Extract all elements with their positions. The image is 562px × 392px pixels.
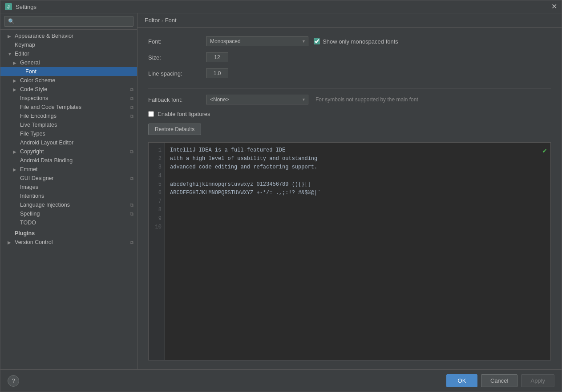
- line-spacing-input[interactable]: [206, 68, 228, 78]
- expand-arrow-code-style: ▶: [13, 87, 18, 92]
- sidebar-item-emmet[interactable]: ▶ Emmet: [0, 165, 137, 174]
- bottom-bar: ? OK Cancel Apply: [0, 369, 562, 392]
- settings-tree: ▶ Appearance & Behavior ▶ Keymap ▼ Edito…: [0, 30, 137, 369]
- expand-arrow-vc: ▶: [8, 240, 13, 245]
- code-preview: IntelliJ IDEA is a full-featured IDE wit…: [165, 143, 550, 360]
- layers-icon: ⧉: [130, 113, 133, 119]
- sidebar-item-file-code-templates[interactable]: ▶ File and Code Templates ⧉: [0, 103, 137, 112]
- layers-icon: ⧉: [130, 104, 133, 110]
- line-num-9: 9: [151, 215, 162, 223]
- sidebar-item-copyright[interactable]: ▶ Copyright ⧉: [0, 147, 137, 156]
- layers-icon: ⧉: [130, 202, 133, 208]
- sidebar-item-label: File Encodings: [20, 113, 57, 119]
- restore-defaults-wrapper: Restore Defaults: [148, 124, 551, 142]
- breadcrumb-editor: Editor: [145, 17, 160, 24]
- sidebar-item-android-data-binding[interactable]: ▶ Android Data Binding: [0, 156, 137, 165]
- enable-ligatures-label: Enable font ligatures: [158, 111, 210, 117]
- breadcrumb: Editor › Font: [137, 13, 562, 28]
- sidebar-item-live-templates[interactable]: ▶ Live Templates: [0, 120, 137, 129]
- sidebar-item-label: Android Data Binding: [20, 157, 73, 164]
- sidebar-item-spelling[interactable]: ▶ Spelling ⧉: [0, 209, 137, 218]
- sidebar-item-label: Color Scheme: [20, 77, 55, 84]
- sidebar-item-label: Plugins: [15, 230, 35, 236]
- sidebar-item-label: Spelling: [20, 211, 40, 217]
- sidebar-item-keymap[interactable]: ▶ Keymap: [0, 40, 137, 49]
- expand-arrow-appearance: ▶: [8, 34, 13, 39]
- sidebar-item-intentions[interactable]: ▶ Intentions: [0, 192, 137, 200]
- sidebar-item-label: Live Templates: [20, 122, 57, 128]
- sidebar-item-label: Inspections: [20, 95, 48, 101]
- fallback-font-label: Fallback font:: [148, 96, 206, 103]
- sidebar-item-images[interactable]: ▶ Images: [0, 183, 137, 192]
- fallback-hint: For symbols not supported by the main fo…: [315, 96, 418, 103]
- sidebar-item-label: TODO: [20, 220, 36, 226]
- sidebar-item-editor[interactable]: ▼ Editor: [0, 49, 137, 58]
- size-input[interactable]: [206, 52, 228, 62]
- help-button[interactable]: ?: [8, 375, 19, 387]
- sidebar-item-label: General: [20, 60, 40, 66]
- fallback-font-select[interactable]: <None>: [206, 95, 308, 104]
- show-monospaced-label: Show only monospaced fonts: [323, 38, 398, 45]
- breadcrumb-font: Font: [165, 17, 177, 24]
- search-box: [0, 13, 137, 30]
- sidebar-item-code-style[interactable]: ▶ Code Style ⧉: [0, 85, 137, 94]
- expand-arrow-copyright: ▶: [13, 149, 18, 154]
- font-select[interactable]: Monospaced Consolas Courier New DejaVu S…: [206, 36, 308, 46]
- sidebar-item-label: Intentions: [20, 193, 44, 199]
- divider: [148, 88, 551, 88]
- sidebar-item-label: Code Style: [20, 86, 47, 92]
- sidebar-item-label: Editor: [15, 51, 29, 57]
- sidebar-item-color-scheme[interactable]: ▶ Color Scheme: [0, 76, 137, 85]
- breadcrumb-separator: ›: [162, 18, 163, 23]
- line-num-2: 2: [151, 155, 162, 163]
- line-num-3: 3: [151, 163, 162, 172]
- sidebar-item-inspections[interactable]: ▶ Inspections ⧉: [0, 94, 137, 103]
- right-panel: Editor › Font Font: Monospaced Consolas …: [137, 13, 562, 369]
- line-numbers: 1 2 3 4 5 6 7 8 9 10: [149, 143, 165, 360]
- enable-ligatures-checkbox[interactable]: [148, 111, 154, 117]
- settings-dialog: J Settings ✕ ▶ Appearance & Behavior ▶ K…: [0, 0, 562, 392]
- search-input[interactable]: [4, 16, 133, 27]
- main-content: ▶ Appearance & Behavior ▶ Keymap ▼ Edito…: [0, 13, 562, 369]
- sidebar-item-file-encodings[interactable]: ▶ File Encodings ⧉: [0, 112, 137, 120]
- sidebar-item-label: Copyright: [20, 148, 44, 155]
- apply-button[interactable]: Apply: [521, 374, 554, 387]
- title-bar: J Settings ✕: [0, 0, 562, 13]
- sidebar-item-label: GUI Designer: [20, 175, 54, 181]
- close-button[interactable]: ✕: [551, 3, 557, 10]
- sidebar-item-language-injections[interactable]: ▶ Language Injections ⧉: [0, 200, 137, 209]
- sidebar-item-general[interactable]: ▶ General: [0, 58, 137, 67]
- sidebar-item-label: File and Code Templates: [20, 104, 81, 110]
- line-num-1: 1: [151, 146, 162, 155]
- sidebar-item-appearance[interactable]: ▶ Appearance & Behavior: [0, 32, 137, 40]
- font-row: Font: Monospaced Consolas Courier New De…: [148, 36, 551, 46]
- layers-icon: ⧉: [130, 149, 133, 155]
- sidebar-item-file-types[interactable]: ▶ File Types: [0, 129, 137, 138]
- sidebar-item-label: Version Control: [15, 239, 53, 245]
- help-icon: ?: [12, 377, 15, 384]
- ok-button[interactable]: OK: [446, 374, 477, 387]
- size-row: Size:: [148, 52, 551, 62]
- sidebar-item-label: File Types: [20, 131, 45, 137]
- fallback-font-select-wrapper: <None>: [206, 95, 308, 104]
- cancel-button[interactable]: Cancel: [481, 374, 518, 387]
- sidebar: ▶ Appearance & Behavior ▶ Keymap ▼ Edito…: [0, 13, 137, 369]
- sidebar-item-todo[interactable]: ▶ TODO: [0, 218, 137, 227]
- expand-arrow-editor: ▼: [8, 52, 13, 56]
- sidebar-item-label: Emmet: [20, 166, 38, 172]
- sidebar-item-font[interactable]: ▶ Font: [0, 67, 137, 76]
- sidebar-item-plugins[interactable]: ▶ Plugins: [0, 229, 137, 238]
- restore-defaults-button[interactable]: Restore Defaults: [148, 124, 201, 135]
- bottom-left: ?: [8, 375, 19, 387]
- sidebar-item-version-control[interactable]: ▶ Version Control ⧉: [0, 238, 137, 247]
- layers-icon: ⧉: [130, 87, 133, 92]
- monospaced-checkbox-row: Show only monospaced fonts: [314, 38, 398, 45]
- preview-area: 1 2 3 4 5 6 7 8 9 10 IntelliJ IDEA is a …: [148, 142, 551, 360]
- sidebar-item-android-layout[interactable]: ▶ Android Layout Editor: [0, 138, 137, 147]
- app-icon: J: [5, 3, 12, 10]
- sidebar-item-gui-designer[interactable]: ▶ GUI Designer ⧉: [0, 174, 137, 183]
- sidebar-item-label: Keymap: [15, 42, 35, 48]
- font-label: Font:: [148, 38, 206, 45]
- preview-checkmark: ✔: [542, 146, 547, 155]
- show-monospaced-checkbox[interactable]: [314, 38, 320, 44]
